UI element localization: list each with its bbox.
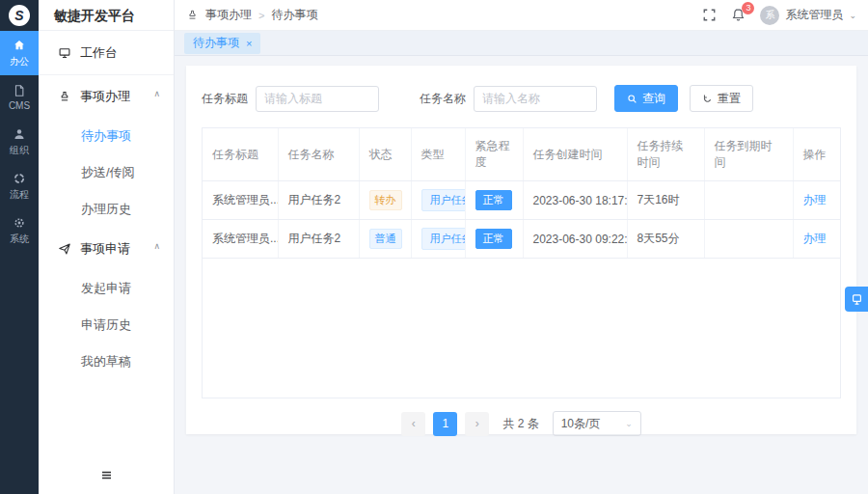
sidebar-item-history[interactable]: 办理历史 xyxy=(39,191,174,228)
handle-link[interactable]: 办理 xyxy=(803,193,827,206)
search-button-label: 查询 xyxy=(642,91,665,107)
stamp-icon xyxy=(186,9,199,21)
sidebar: 敏捷开发平台 工作台 事项办理 ∧ 待办事项 抄送/传阅 办理历史 事项申请 ∧… xyxy=(39,0,175,494)
tab-label: 待办事项 xyxy=(193,35,239,51)
reset-button[interactable]: 重置 xyxy=(690,85,753,112)
pagination: ‹ 1 › 共 2 条 10条/页 ⌄ xyxy=(202,411,841,436)
task-name-input[interactable] xyxy=(474,86,597,112)
cell-created: 2023-06-30 09:22:19 xyxy=(523,220,627,259)
rail-item-org[interactable]: 组织 xyxy=(0,120,39,164)
cell-duration: 7天16时 xyxy=(627,181,704,220)
cell-due xyxy=(704,181,793,220)
chevron-up-icon[interactable]: ∧ xyxy=(153,241,160,251)
sidebar-item-todo[interactable]: 待办事项 xyxy=(39,118,174,154)
breadcrumb-level2: 待办事项 xyxy=(271,7,317,23)
chevron-up-icon[interactable]: ∧ xyxy=(153,89,160,98)
type-badge: 用户任务 xyxy=(421,228,466,250)
breadcrumb-separator: > xyxy=(258,10,264,21)
settings-panel-icon xyxy=(851,293,863,306)
sidebar-group-task-handling[interactable]: 事项办理 ∧ xyxy=(39,75,174,118)
status-badge: 转办 xyxy=(369,190,402,210)
user-icon xyxy=(13,127,26,141)
refresh-icon xyxy=(702,94,713,104)
task-title-input[interactable] xyxy=(256,86,379,112)
hamburger-icon xyxy=(99,468,114,482)
rail-item-system[interactable]: 系统 xyxy=(0,208,39,253)
rail-item-cms[interactable]: CMS xyxy=(0,75,39,120)
chevron-down-icon: ⌄ xyxy=(849,11,856,20)
cell-name: 用户任务2 xyxy=(278,181,359,220)
status-badge: 普通 xyxy=(369,229,402,249)
col-header: 任务标题 xyxy=(203,128,278,181)
prev-page-button[interactable]: ‹ xyxy=(401,412,425,436)
monitor-icon xyxy=(58,46,71,60)
paper-plane-icon xyxy=(58,242,71,256)
user-menu[interactable]: 系 系统管理员 ⌄ xyxy=(760,6,856,25)
urgency-badge: 正常 xyxy=(475,229,512,249)
fullscreen-icon[interactable] xyxy=(702,8,717,22)
notification-badge: 3 xyxy=(742,2,754,14)
notification-bell[interactable]: 3 xyxy=(731,8,746,22)
reset-button-label: 重置 xyxy=(718,91,741,107)
app-title: 敏捷开发平台 xyxy=(39,0,174,31)
task-table: 任务标题 任务名称 状态 类型 紧急程度 任务创建时间 任务持续时间 任务到期时… xyxy=(202,127,841,398)
app-logo[interactable]: S xyxy=(0,0,39,31)
col-header: 操作 xyxy=(793,128,840,181)
breadcrumb-level1[interactable]: 事项办理 xyxy=(205,7,252,23)
col-header: 任务创建时间 xyxy=(523,128,627,181)
gear-icon xyxy=(13,216,26,230)
task-title-label: 任务标题 xyxy=(202,91,248,107)
cell-name: 用户任务2 xyxy=(278,220,359,259)
cell-created: 2023-06-30 18:17:16 xyxy=(523,181,627,220)
sidebar-item-start-apply[interactable]: 发起申请 xyxy=(39,270,174,307)
col-header: 状态 xyxy=(359,128,411,181)
sidebar-item-apply-history[interactable]: 申请历史 xyxy=(39,307,174,343)
handle-link[interactable]: 办理 xyxy=(803,232,827,245)
search-button[interactable]: 查询 xyxy=(614,85,678,112)
topbar: 事项办理 > 待办事项 3 系 系统管理员 ⌄ xyxy=(175,0,868,31)
content: 任务标题 任务名称 查询 重置 xyxy=(175,56,868,494)
theme-settings-button[interactable] xyxy=(845,287,868,312)
total-count: 共 2 条 xyxy=(502,416,538,432)
rail-item-label: 组织 xyxy=(10,144,29,157)
tabbar: 待办事项 × xyxy=(175,31,868,56)
sidebar-collapse-button[interactable] xyxy=(39,468,174,486)
tab-todo[interactable]: 待办事项 × xyxy=(184,33,260,54)
table-header-row: 任务标题 任务名称 状态 类型 紧急程度 任务创建时间 任务持续时间 任务到期时… xyxy=(203,128,840,181)
sidebar-item-label: 工作台 xyxy=(80,44,118,62)
sidebar-item-drafts[interactable]: 我的草稿 xyxy=(39,343,174,380)
stamp-icon xyxy=(58,90,71,103)
sidebar-group-label: 事项申请 xyxy=(80,240,130,258)
col-header: 任务持续时间 xyxy=(627,128,704,181)
sidebar-item-workbench[interactable]: 工作台 xyxy=(39,31,174,75)
sidebar-group-label: 事项办理 xyxy=(80,88,130,105)
rail-item-flow[interactable]: 流程 xyxy=(0,164,39,208)
cell-title: 系统管理员... xyxy=(203,181,278,220)
sidebar-item-cc[interactable]: 抄送/传阅 xyxy=(39,154,174,191)
flow-icon xyxy=(13,172,26,185)
urgency-badge: 正常 xyxy=(475,190,512,210)
rail-item-label: 办公 xyxy=(10,55,29,69)
rail-item-office[interactable]: 办公 xyxy=(0,31,39,75)
main-area: 事项办理 > 待办事项 3 系 系统管理员 ⌄ 待办事项 × xyxy=(175,0,868,494)
sidebar-group-task-apply[interactable]: 事项申请 ∧ xyxy=(39,228,174,270)
nav-rail: S 办公 CMS 组织 流程 系统 xyxy=(0,0,39,494)
type-badge: 用户任务 xyxy=(421,189,466,211)
col-header: 类型 xyxy=(411,128,465,181)
file-icon xyxy=(13,84,26,97)
task-name-label: 任务名称 xyxy=(420,91,466,107)
username: 系统管理员 xyxy=(785,7,843,23)
page-size-select[interactable]: 10条/页 ⌄ xyxy=(553,411,641,436)
page-number[interactable]: 1 xyxy=(433,412,457,436)
logo-icon: S xyxy=(9,5,30,26)
topbar-right: 3 系 系统管理员 ⌄ xyxy=(702,6,856,25)
breadcrumb: 事项办理 > 待办事项 xyxy=(186,7,317,23)
chevron-down-icon: ⌄ xyxy=(625,419,633,428)
cell-duration: 8天55分 xyxy=(627,220,704,259)
page-size-value: 10条/页 xyxy=(561,416,601,432)
rail-item-label: 流程 xyxy=(10,188,29,202)
close-icon[interactable]: × xyxy=(246,38,252,49)
next-page-button[interactable]: › xyxy=(465,412,489,436)
app-window: S 办公 CMS 组织 流程 系统 敏捷开发平台 工作台 xyxy=(0,0,868,494)
col-header: 紧急程度 xyxy=(465,128,523,181)
